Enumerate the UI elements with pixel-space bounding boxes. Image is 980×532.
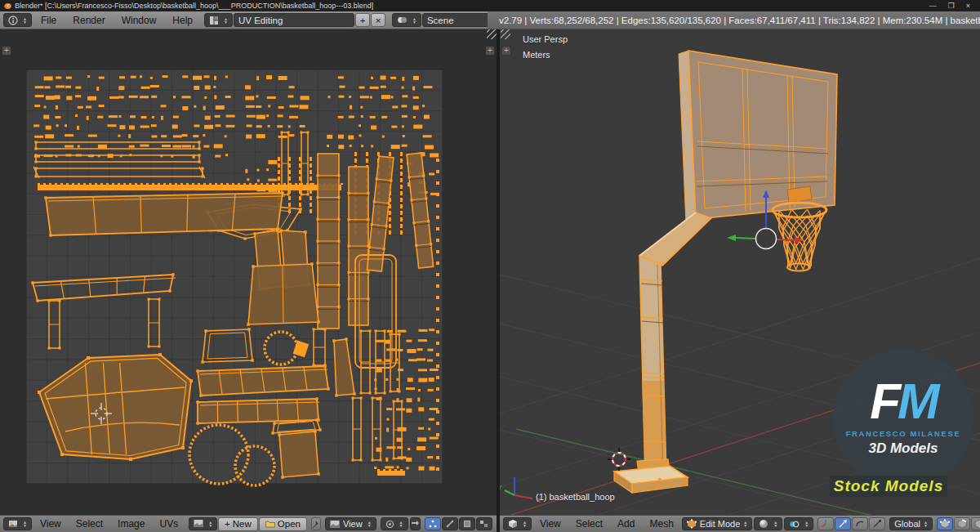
uv-sync-selection-toggle[interactable] [410,517,421,530]
menu-render[interactable]: Render [65,15,112,26]
rotate-arc-icon [855,519,865,529]
translate-arrow-icon [838,519,848,529]
watermark-f: F [870,373,898,429]
pivot-point-selector[interactable]: ▲▼ [784,517,813,530]
image-icon [330,520,340,529]
manipulator-translate-button[interactable] [835,517,851,530]
info-editor-icon [8,16,18,25]
uv-menu-view[interactable]: View [33,518,68,530]
watermark-m: M [898,373,937,429]
watermark-badge: Stock Models [830,476,947,497]
watermark-author: FRANCESCO MILANESE [846,429,961,438]
pivot-icon [385,520,394,529]
uv-view-value: View [343,519,363,529]
add-layout-button[interactable]: + [355,13,370,27]
expand-region-button[interactable]: + [2,46,11,56]
menu-help[interactable]: Help [165,15,200,26]
screen-layout-selector[interactable]: UV Editing [234,13,354,27]
select-mode-edge[interactable] [954,517,970,530]
title-bar: Blender* [C:\Users\Francesco-Fisso\Deskt… [0,0,980,11]
uv-select-mode-island[interactable] [476,517,492,530]
transform-orientation-selector[interactable]: Global ▲▼ [889,517,933,530]
close-button[interactable]: × [966,2,970,10]
viewport-header: ▲▼ View Select Add Mesh Edit Mode ▲▼ [500,515,980,532]
v3d-menu-mesh[interactable]: Mesh [643,518,679,530]
axis-label-y: y [500,483,501,492]
editor-type-selector[interactable]: ▲▼ [503,517,532,530]
area-corner-grip[interactable] [487,29,497,39]
image-icon [194,519,203,528]
restore-button[interactable]: ❐ [948,2,955,10]
editor-type-selector[interactable]: ▲▼ [3,517,32,530]
watermark-initials: FM [870,380,937,422]
pin-icon [312,520,320,529]
uv-menu-uvs[interactable]: UVs [153,518,185,530]
watermark-line2: 3D Models [868,440,938,457]
axis-cross-icon [821,519,831,529]
vertex-select-icon [429,520,437,528]
uv-canvas[interactable] [0,29,497,515]
close-layout-button[interactable]: × [371,13,385,27]
scene-shape [787,186,812,203]
orientation-value: Global [894,519,920,529]
mode-value: Edit Mode [700,519,741,529]
menu-file[interactable]: File [33,15,64,26]
uv-select-mode-face[interactable] [459,517,475,530]
uv-view-dropdown[interactable]: View ▲▼ [325,517,376,530]
select-mode-face[interactable] [971,517,980,530]
sync-arrows-icon [411,520,420,528]
watermark-logo: FM FRANCESCO MILANESE 3D Models [833,348,973,489]
window-title: Blender* [C:\Users\Francesco-Fisso\Deskt… [15,2,929,10]
v3d-menu-view[interactable]: View [533,518,568,530]
scale-arrow-icon [872,519,882,529]
manipulator-toggle[interactable] [817,517,834,530]
pivot-center-selector[interactable]: ▲▼ [381,517,408,530]
v3d-menu-select[interactable]: Select [569,518,609,530]
new-image-button[interactable]: + New [218,517,258,531]
area-corner-grip[interactable] [501,29,510,39]
pin-image-button[interactable] [311,517,321,530]
shading-sphere-icon [759,519,768,529]
uv-select-mode-vertex[interactable] [425,517,441,530]
screen-layout-icon-button[interactable]: ▲▼ [204,13,233,27]
uv-editor-header: ▲▼ View Select Image UVs ▲▼ + New [0,515,497,532]
uv-image-editor-icon [8,519,18,529]
uv-island[interactable] [348,167,370,325]
scene-shape [658,478,662,481]
expand-region-button[interactable]: + [501,46,511,56]
scene-shape [688,51,837,219]
uv-island[interactable] [247,262,319,325]
edge-select-icon [446,520,454,528]
viewport-shading-selector[interactable]: ▲▼ [754,517,782,530]
edit-mode-icon [687,519,697,529]
uv-menu-select[interactable]: Select [69,518,109,530]
uv-island[interactable] [278,430,319,478]
face-select-icon [463,520,471,528]
open-image-button[interactable]: Open [259,517,307,531]
screen-layout-value: UV Editing [238,16,283,25]
scene-icon-button[interactable]: ▲▼ [392,13,421,27]
v3d-menu-add[interactable]: Add [611,518,641,530]
edge-mode-cube-icon [957,519,967,529]
select-mode-vertex[interactable] [937,517,953,530]
info-header: ▲▼ File Render Window Help ▲▼ UV Editing… [0,11,980,29]
view3d-editor-icon [508,519,518,529]
folder-icon [265,520,275,528]
pivot-point-icon [789,520,800,529]
blender-logo-icon [3,2,11,10]
manipulator-scale-button[interactable] [869,517,885,530]
mode-selector[interactable]: Edit Mode ▲▼ [682,517,752,530]
uv-image-editor: + + ▲▼ View Select Image UVs ▲▼ [0,29,497,532]
manipulator-rotate-button[interactable] [852,517,868,530]
expand-region-button[interactable]: + [485,46,495,56]
menu-window[interactable]: Window [114,15,164,26]
axis-label-x: x [537,495,541,504]
uv-island[interactable] [317,154,341,329]
uv-select-mode-edge[interactable] [442,517,458,530]
minimize-button[interactable]: — [929,2,937,10]
editor-type-selector[interactable]: ▲▼ [3,13,32,27]
uv-menu-image[interactable]: Image [111,518,151,530]
blender-window: Blender* [C:\Users\Francesco-Fisso\Deskt… [0,0,980,532]
image-datablock-icon-button[interactable]: ▲▼ [189,517,217,530]
uv-island[interactable] [44,191,285,236]
